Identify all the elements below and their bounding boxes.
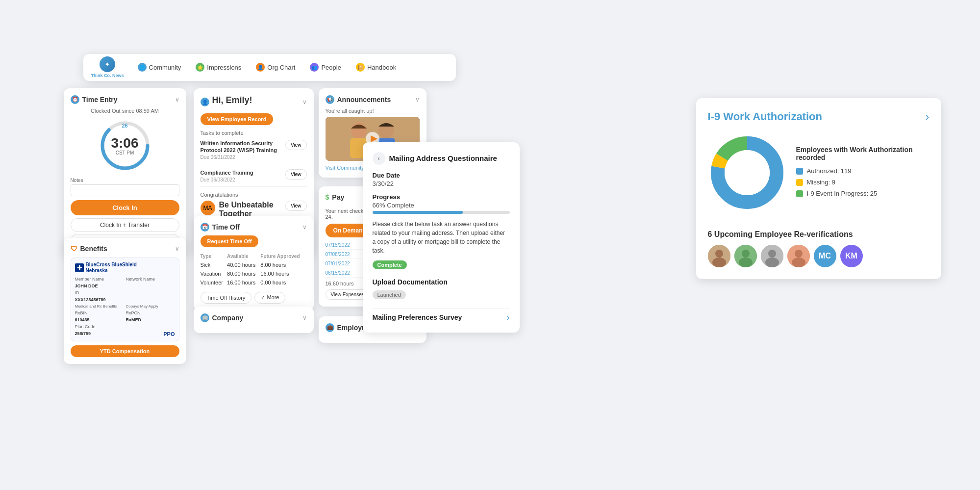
time-off-header: 📅 Time Off ∨ (201, 223, 307, 232)
company-title-group: 🏢 Company (201, 313, 244, 322)
main-container: ✦ Think Co. News 🌐 Community ⭐ Impressio… (25, 25, 956, 466)
insurance-details: Member Name Network Name JOHN DOE ID XXX… (75, 277, 175, 337)
progress-label: Progress (373, 193, 510, 201)
clock-circle-container: 26 3:06 CST PM (71, 119, 179, 173)
type-sick: Sick (201, 260, 227, 269)
reverif-avatar-4 (787, 245, 810, 267)
congrats-label: Congratulations (201, 192, 307, 198)
org-chart-icon: 👤 (256, 63, 265, 72)
missing-dot (796, 179, 803, 186)
time-off-card: 📅 Time Off ∨ Request Time Off Type Avail… (194, 216, 314, 310)
ann-title: Announcements (337, 96, 391, 103)
view-employee-record-button[interactable]: View Employee Record (201, 113, 274, 125)
table-row: Sick 40.00 hours 8.00 hours (201, 260, 307, 269)
survey-arrow-button[interactable]: › (507, 312, 510, 323)
due-date-value: 3/30/22 (373, 180, 510, 187)
time-off-footer: Time Off History ✓ More (201, 292, 307, 304)
back-button[interactable]: ‹ (373, 152, 385, 165)
survey-row: Mailing Preferences Survey › (373, 308, 510, 323)
task-compliance-info: Compliance Training Due 06/03/2022 (201, 169, 282, 182)
employment-icon: 💼 (326, 323, 334, 332)
reverification-section: 6 Upcoming Employee Re-verifications (708, 222, 930, 267)
volunteer-future: 0.00 hours (260, 278, 306, 287)
time-entry-card: ⏰ Time Entry ∨ Clocked Out since 08:59 A… (64, 88, 186, 257)
svg-point-24 (795, 250, 803, 258)
svg-point-15 (715, 250, 723, 258)
nav-item-handbook[interactable]: 📔 Handbook (350, 60, 402, 75)
pay-date-3: 07/01/2022 (326, 261, 350, 266)
clocked-out-status: Clocked Out since 08:59 AM (71, 108, 179, 114)
request-time-off-button[interactable]: Request Time Off (201, 235, 259, 247)
ann-title-group: 📢 Announcements (326, 95, 391, 104)
view-compliance-button[interactable]: View (285, 169, 307, 180)
person-icon: 👤 (201, 98, 209, 106)
clock-in-button[interactable]: Clock In (71, 200, 179, 215)
complete-section: Complete (373, 260, 510, 272)
bcbs-cross-icon: ✚ (75, 263, 84, 272)
time-off-table: Type Available Future Approved Sick 40.0… (201, 252, 307, 287)
vacation-available: 80.00 hours (227, 269, 260, 278)
time-off-history-button[interactable]: Time Off History (201, 292, 252, 304)
shield-icon: 🛡 (71, 245, 77, 253)
hi-emily-chevron[interactable]: ∨ (302, 99, 307, 105)
table-row: Vacation 80.00 hours 16.00 hours (201, 269, 307, 278)
nav-item-community[interactable]: 🌐 Community (132, 60, 187, 75)
authorized-label: Authorized: 119 (807, 167, 852, 175)
nav-bar: ✦ Think Co. News 🌐 Community ⭐ Impressio… (83, 54, 456, 81)
clock-icon: ⏰ (71, 95, 79, 104)
company-chevron[interactable]: ∨ (302, 314, 307, 321)
i9-card: I-9 Work Authorization › (696, 98, 941, 279)
sick-available: 40.00 hours (227, 260, 260, 269)
i9-arrow-button[interactable]: › (926, 110, 930, 124)
donut-svg (708, 133, 786, 212)
i9-content: Employees with Work Authorization record… (708, 133, 930, 214)
time-off-title: Time Off (212, 223, 240, 231)
reverif-avatar-km: KM (840, 245, 863, 267)
dollar-icon: $ (326, 193, 329, 201)
ytd-compensation-button[interactable]: YTD Compensation (71, 345, 179, 357)
reverif-title: 6 Upcoming Employee Re-verifications (708, 230, 930, 239)
launched-badge: Launched (373, 290, 406, 299)
clock-tz: CST PM (111, 150, 138, 155)
benefits-chevron[interactable]: ∨ (175, 245, 179, 252)
progress-bar-fill (373, 211, 463, 214)
task-wisp-due: Due 06/01/2022 (201, 155, 282, 160)
notes-input[interactable] (71, 184, 179, 196)
view-wisp-button[interactable]: View (285, 140, 307, 150)
pay-date-2: 07/08/2022 (326, 252, 350, 257)
legend-missing: Missing: 9 (796, 179, 930, 186)
clock-hour-number: 26 (122, 123, 127, 129)
upload-title: Upload Documentation (373, 278, 510, 286)
view-congrats-button[interactable]: View (285, 201, 307, 211)
avatar-1-svg (708, 245, 730, 267)
impressions-icon: ⭐ (196, 63, 204, 72)
svg-point-25 (792, 258, 805, 267)
i9-right: Employees with Work Authorization record… (796, 146, 930, 201)
survey-title: Mailing Preferences Survey (373, 313, 462, 321)
task-wisp-info: Written Information Security Protocol 20… (201, 140, 282, 160)
community-icon: 🌐 (138, 63, 147, 72)
nav-item-org-chart[interactable]: 👤 Org Chart (250, 60, 301, 75)
people-icon: 👥 (310, 63, 319, 72)
avatar-3-svg (761, 245, 783, 267)
clock-in-transfer-button[interactable]: Clock In + Transfer (71, 218, 179, 232)
col-future: Future Approved (260, 252, 306, 260)
bcbs-name: BlueCross BlueShield Nebraska (86, 262, 137, 274)
nav-item-people[interactable]: 👥 People (304, 60, 347, 75)
greeting-text: Hi, Emily! (212, 95, 252, 105)
ann-chevron[interactable]: ∨ (415, 96, 420, 103)
nav-people-label: People (321, 64, 341, 71)
sick-future: 8.00 hours (260, 260, 306, 269)
benefits-card: 🛡 Benefits ∨ ✚ BlueCross BlueShield Nebr… (64, 238, 186, 364)
benefits-title: Benefits (80, 245, 107, 253)
i9-employees-title: Employees with Work Authorization record… (796, 146, 930, 161)
time-off-chevron[interactable]: ∨ (302, 224, 307, 231)
launched-section: Launched (373, 290, 510, 302)
time-entry-chevron[interactable]: ∨ (175, 96, 179, 103)
hi-emily-header: 👤 Hi, Emily! ∨ (201, 95, 307, 109)
nav-item-impressions[interactable]: ⭐ Impressions (190, 60, 247, 75)
avatar-4-svg (787, 245, 810, 267)
time-off-more-button[interactable]: ✓ More (254, 292, 285, 304)
clock-circle: 26 3:06 CST PM (98, 119, 152, 173)
task-compliance-title: Compliance Training (201, 169, 282, 176)
